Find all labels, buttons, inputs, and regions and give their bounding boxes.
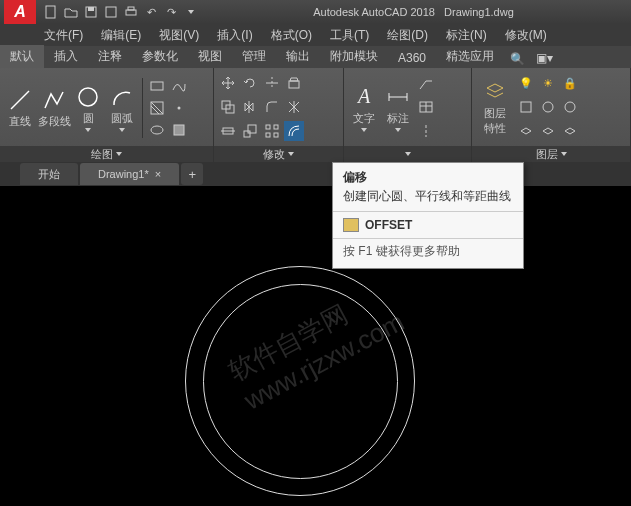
svg-rect-19 xyxy=(244,131,250,137)
layer-iso-icon[interactable] xyxy=(516,121,536,141)
layer-on-icon[interactable]: 💡 xyxy=(516,73,536,93)
panel-annotate-title[interactable] xyxy=(344,146,471,162)
qat-open-icon[interactable] xyxy=(62,3,80,21)
chevron-down-icon xyxy=(361,128,367,132)
ribbon-tab-featured[interactable]: 精选应用 xyxy=(436,45,504,68)
ribbon-tab-a360[interactable]: A360 xyxy=(388,48,436,68)
dimension-button[interactable]: 标注 xyxy=(382,83,414,134)
qat-redo-icon[interactable]: ↷ xyxy=(162,3,180,21)
svg-rect-0 xyxy=(46,6,55,18)
menu-view[interactable]: 视图(V) xyxy=(155,25,203,46)
tooltip-description: 创建同心圆、平行线和等距曲线 xyxy=(333,188,523,211)
hatch-icon[interactable] xyxy=(147,98,167,118)
table-icon[interactable] xyxy=(416,97,436,117)
move-icon[interactable] xyxy=(218,73,238,93)
layer-match-icon[interactable] xyxy=(516,97,536,117)
polyline-button[interactable]: 多段线 xyxy=(38,86,70,131)
svg-rect-24 xyxy=(274,125,278,129)
ribbon-tabs: 默认 插入 注释 参数化 视图 管理 输出 附加模块 A360 精选应用 🔍 ▣… xyxy=(0,46,631,68)
trim-icon[interactable] xyxy=(262,73,282,93)
centerline-icon[interactable] xyxy=(416,121,436,141)
layer-thaw-icon[interactable] xyxy=(560,97,580,117)
ribbon-tab-manage[interactable]: 管理 xyxy=(232,45,276,68)
qat-plot-icon[interactable] xyxy=(122,3,140,21)
layer-freeze-icon[interactable]: ☀ xyxy=(538,73,558,93)
drawing-canvas[interactable]: 软件自学网 www.rjzxw.com xyxy=(0,186,631,506)
doc-tab-start[interactable]: 开始 xyxy=(20,163,78,185)
menu-modify[interactable]: 修改(M) xyxy=(501,25,551,46)
layer-lock-icon[interactable]: 🔒 xyxy=(560,73,580,93)
dimension-label: 标注 xyxy=(387,111,409,126)
text-icon: A xyxy=(352,85,376,109)
circle-icon xyxy=(76,85,100,109)
region-icon[interactable] xyxy=(169,120,189,140)
menu-format[interactable]: 格式(O) xyxy=(267,25,316,46)
app-logo[interactable]: A xyxy=(4,0,36,24)
layer-properties-icon xyxy=(483,80,507,104)
leader-icon[interactable] xyxy=(416,73,436,93)
svg-rect-23 xyxy=(266,125,270,129)
line-icon xyxy=(8,88,32,112)
ribbon-tab-insert[interactable]: 插入 xyxy=(44,45,88,68)
svg-rect-35 xyxy=(521,102,531,112)
ribbon-tab-parametric[interactable]: 参数化 xyxy=(132,45,188,68)
point-icon[interactable] xyxy=(169,98,189,118)
ribbon-tab-annotate[interactable]: 注释 xyxy=(88,45,132,68)
svg-rect-25 xyxy=(266,133,270,137)
qat-undo-icon[interactable]: ↶ xyxy=(142,3,160,21)
line-label: 直线 xyxy=(9,114,31,129)
offset-tooltip: 偏移 创建同心圆、平行线和等距曲线 OFFSET 按 F1 键获得更多帮助 xyxy=(332,162,524,269)
qat-new-icon[interactable] xyxy=(42,3,60,21)
svg-point-36 xyxy=(543,102,553,112)
qat-saveas-icon[interactable] xyxy=(102,3,120,21)
explode-icon[interactable] xyxy=(284,97,304,117)
spline-icon[interactable] xyxy=(169,76,189,96)
doc-tab-drawing1[interactable]: Drawing1* × xyxy=(80,163,179,185)
qat-save-icon[interactable] xyxy=(82,3,100,21)
offset-icon[interactable] xyxy=(284,121,304,141)
window-title: Autodesk AutoCAD 2018 Drawing1.dwg xyxy=(200,6,627,18)
array-icon[interactable] xyxy=(262,121,282,141)
svg-rect-2 xyxy=(88,7,94,11)
menu-insert[interactable]: 插入(I) xyxy=(213,25,256,46)
document-tabs: 开始 Drawing1* × + xyxy=(0,162,631,186)
ribbon-tab-output[interactable]: 输出 xyxy=(276,45,320,68)
ribbon-tab-view[interactable]: 视图 xyxy=(188,45,232,68)
svg-point-12 xyxy=(151,126,163,134)
doc-tab-add-icon[interactable]: + xyxy=(181,163,203,185)
circle-button[interactable]: 圆 xyxy=(72,83,104,134)
arc-button[interactable]: 圆弧 xyxy=(106,83,138,134)
text-button[interactable]: A 文字 xyxy=(348,83,380,134)
layer-walk-icon[interactable] xyxy=(560,121,580,141)
panel-layer-title[interactable]: 图层 xyxy=(472,146,630,162)
menu-edit[interactable]: 编辑(E) xyxy=(97,25,145,46)
panel-draw-title[interactable]: 绘图 xyxy=(0,146,213,162)
ribbon-collapse-icon[interactable]: ▣▾ xyxy=(526,48,563,68)
stretch-icon[interactable] xyxy=(218,121,238,141)
qat-dropdown-icon[interactable] xyxy=(182,3,200,21)
rectangle-icon[interactable] xyxy=(147,76,167,96)
layer-properties-button[interactable]: 图层 特性 xyxy=(476,78,514,138)
mirror-icon[interactable] xyxy=(240,97,260,117)
line-button[interactable]: 直线 xyxy=(4,86,36,131)
layer-off-icon[interactable] xyxy=(538,97,558,117)
copy-icon[interactable] xyxy=(218,97,238,117)
layer-prev-icon[interactable] xyxy=(538,121,558,141)
scale-icon[interactable] xyxy=(240,121,260,141)
svg-rect-14 xyxy=(174,125,184,135)
panel-modify-title[interactable]: 修改 xyxy=(214,146,343,162)
rotate-icon[interactable] xyxy=(240,73,260,93)
ribbon-tab-default[interactable]: 默认 xyxy=(0,45,44,68)
fillet-icon[interactable] xyxy=(262,97,282,117)
polyline-icon xyxy=(42,88,66,112)
menu-tools[interactable]: 工具(T) xyxy=(326,25,373,46)
ribbon-search-icon[interactable]: 🔍 xyxy=(508,50,526,68)
ribbon-tab-addins[interactable]: 附加模块 xyxy=(320,45,388,68)
menu-dimension[interactable]: 标注(N) xyxy=(442,25,491,46)
menu-file[interactable]: 文件(F) xyxy=(40,25,87,46)
chevron-down-icon xyxy=(119,128,125,132)
menu-draw[interactable]: 绘图(D) xyxy=(383,25,432,46)
erase-icon[interactable] xyxy=(284,73,304,93)
ellipse-icon[interactable] xyxy=(147,120,167,140)
chevron-down-icon xyxy=(85,128,91,132)
